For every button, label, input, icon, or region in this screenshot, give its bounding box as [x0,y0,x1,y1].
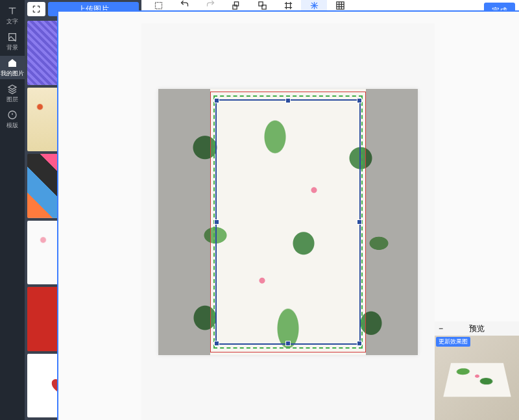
svg-rect-2 [155,3,162,9]
preview-minimize[interactable]: − [439,324,443,333]
image-grid: YOUR DESIGN HERE ◈ SENIOR2023 [25,18,141,420]
handle-tl[interactable] [214,98,219,103]
svg-rect-0 [9,33,16,40]
handle-ml[interactable] [214,219,219,225]
sidepanel: 上传图片 YOUR DESIGN HERE ◈ SENIOR2023 [25,0,141,420]
nav-background[interactable]: 背景 [0,30,25,53]
nav-label: 文字 [6,18,18,26]
nav-layers[interactable]: 图层 [0,82,25,105]
nav-my-images[interactable]: 我的图片 [0,56,25,79]
nav-label: 图层 [6,95,18,104]
canvas[interactable] [141,23,435,420]
handle-bm[interactable] [285,341,291,346]
nav-label: 我的图片 [1,69,24,78]
selection-box[interactable] [215,99,361,345]
handle-tm[interactable] [285,98,291,103]
thumb-selected[interactable] [57,18,141,420]
nav-template[interactable]: 模版 [0,108,25,131]
fullscreen-button[interactable] [27,2,45,16]
preview-image [435,336,519,420]
handle-mr[interactable] [357,219,362,225]
handle-tr[interactable] [357,98,362,103]
handle-br[interactable] [357,341,362,346]
svg-rect-7 [336,2,343,9]
left-nav: 文字 背景 我的图片 图层 模版 [0,0,25,420]
nav-label: 模版 [6,121,18,130]
nav-text[interactable]: 文字 [0,4,25,27]
refresh-preview-button[interactable]: 更新效果图 [436,337,470,347]
product-surface[interactable] [158,89,418,355]
nav-label: 背景 [6,43,18,52]
preview-panel: − 预览 更新效果图 [435,321,519,420]
preview-title: 预览 [469,323,485,334]
handle-bl[interactable] [214,341,219,346]
